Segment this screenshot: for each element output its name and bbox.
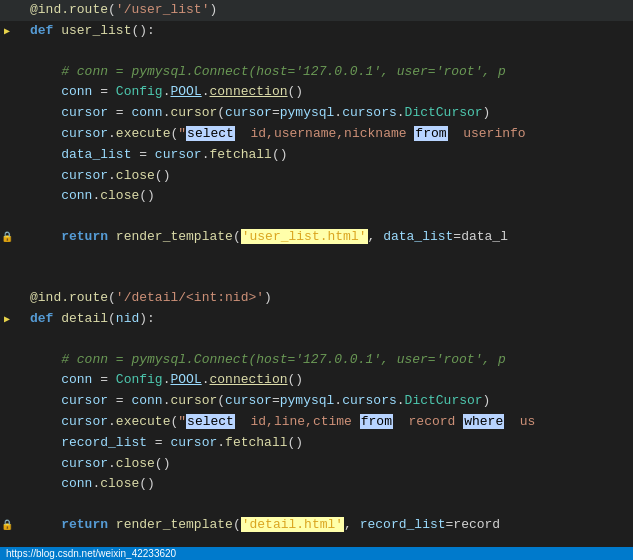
code-fetchall-1: data_list = cursor.fetchall(): [20, 145, 288, 166]
line-blank-5: [0, 330, 633, 350]
fold-icon: ▶: [4, 24, 10, 40]
code-comment-1: # conn = pymysql.Connect(host='127.0.0.1…: [20, 62, 506, 83]
line-comment-1: # conn = pymysql.Connect(host='127.0.0.1…: [0, 62, 633, 83]
line-fetchall-1: data_list = cursor.fetchall(): [0, 145, 633, 166]
line-execute-2: cursor.execute("select id,line,ctime fro…: [0, 412, 633, 433]
url-text: https://blog.csdn.net/weixin_42233620: [6, 548, 176, 559]
line-conn-close-2: conn.close(): [0, 474, 633, 495]
gutter-2: ▶: [0, 24, 14, 40]
code-return-1: return render_template('user_list.html',…: [20, 227, 508, 248]
gutter-funcdef-2: ▶: [0, 312, 14, 328]
line-decorator-2: @ind.route('/detail/<int:nid>'): [0, 288, 633, 309]
code-conn-2: conn = Config.POOL.connection(): [20, 370, 303, 391]
line-2: ▶ def user_list():: [0, 21, 633, 42]
line-return-2: 🔒 return render_template('detail.html', …: [0, 515, 633, 536]
line-blank-2: [0, 207, 633, 227]
lock-icon: 🔒: [1, 230, 13, 246]
line-cursor-1: cursor = conn.cursor(cursor=pymysql.curs…: [0, 103, 633, 124]
line-blank-3: [0, 248, 633, 268]
gutter-return-1: 🔒: [0, 230, 14, 246]
line-return-1: 🔒 return render_template('user_list.html…: [0, 227, 633, 248]
code-cursor-close-1: cursor.close(): [20, 166, 170, 187]
code-conn-close-1: conn.close(): [20, 186, 155, 207]
code-comment-2: # conn = pymysql.Connect(host='127.0.0.1…: [20, 350, 506, 371]
line-blank-1: [0, 42, 633, 62]
code-decorator-2: @ind.route('/detail/<int:nid>'): [20, 288, 272, 309]
line-cursor-close-2: cursor.close(): [0, 454, 633, 475]
line-conn-close-1: conn.close(): [0, 186, 633, 207]
code-cursor-1: cursor = conn.cursor(cursor=pymysql.curs…: [20, 103, 490, 124]
line-fetchall-2: record_list = cursor.fetchall(): [0, 433, 633, 454]
line-blank-6: [0, 495, 633, 515]
line-conn-1: conn = Config.POOL.connection(): [0, 82, 633, 103]
line-1: @ind.route('/user_list'): [0, 0, 633, 21]
code-execute-1: cursor.execute("select id,username,nickn…: [20, 124, 526, 145]
line-cursor-close-1: cursor.close(): [0, 166, 633, 187]
fold-icon-2: ▶: [4, 312, 10, 328]
line-blank-4: [0, 268, 633, 288]
code-fetchall-2: record_list = cursor.fetchall(): [20, 433, 303, 454]
line-conn-2: conn = Config.POOL.connection(): [0, 370, 633, 391]
gutter-return-2: 🔒: [0, 518, 14, 534]
code-conn-close-2: conn.close(): [20, 474, 155, 495]
line-comment-2: # conn = pymysql.Connect(host='127.0.0.1…: [0, 350, 633, 371]
line-funcdef-2: ▶ def detail(nid):: [0, 309, 633, 330]
code-cursor-close-2: cursor.close(): [20, 454, 170, 475]
code-editor: @ind.route('/user_list') ▶ def user_list…: [0, 0, 633, 536]
code-execute-2: cursor.execute("select id,line,ctime fro…: [20, 412, 535, 433]
code-cursor-2: cursor = conn.cursor(cursor=pymysql.curs…: [20, 391, 490, 412]
code-line-1: @ind.route('/user_list'): [20, 0, 217, 21]
code-return-2: return render_template('detail.html', re…: [20, 515, 500, 536]
url-bar: https://blog.csdn.net/weixin_42233620: [0, 547, 633, 560]
line-execute-1: cursor.execute("select id,username,nickn…: [0, 124, 633, 145]
line-cursor-2: cursor = conn.cursor(cursor=pymysql.curs…: [0, 391, 633, 412]
code-line-2: def user_list():: [20, 21, 155, 42]
lock-icon-2: 🔒: [1, 518, 13, 534]
code-conn-1: conn = Config.POOL.connection(): [20, 82, 303, 103]
code-funcdef-2: def detail(nid):: [20, 309, 155, 330]
